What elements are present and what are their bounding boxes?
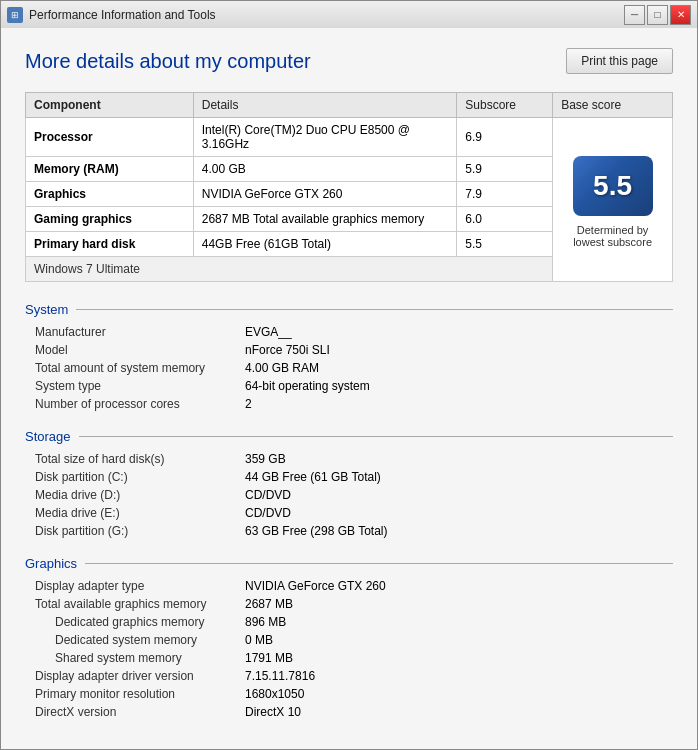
detail-value: 1680x1050 (245, 687, 304, 701)
col-subscore: Subscore (457, 93, 553, 118)
detail-value: EVGA__ (245, 325, 292, 339)
detail-value: 0 MB (245, 633, 273, 647)
detail-row: Disk partition (G:)63 GB Free (298 GB To… (35, 522, 673, 540)
base-score-label: Determined by lowest subscore (561, 224, 664, 248)
subscore-cell: 5.9 (457, 157, 553, 182)
detail-row: Shared system memory1791 MB (35, 649, 673, 667)
detail-label: Model (35, 343, 245, 357)
window-controls: ─ □ ✕ (624, 5, 691, 25)
storage-label: Storage (25, 429, 71, 444)
col-basescore: Base score (553, 93, 673, 118)
base-score-cell: 5.5 Determined by lowest subscore (553, 118, 673, 282)
detail-value: 44 GB Free (61 GB Total) (245, 470, 381, 484)
detail-label: Primary monitor resolution (35, 687, 245, 701)
detail-row: Total amount of system memory4.00 GB RAM (35, 359, 673, 377)
window-title: Performance Information and Tools (29, 8, 624, 22)
col-component: Component (26, 93, 194, 118)
detail-label: Number of processor cores (35, 397, 245, 411)
subscore-cell: 5.5 (457, 232, 553, 257)
graphics-details: Display adapter typeNVIDIA GeForce GTX 2… (25, 577, 673, 721)
details-cell: 2687 MB Total available graphics memory (193, 207, 457, 232)
system-divider (76, 309, 673, 310)
detail-row: Dedicated system memory0 MB (35, 631, 673, 649)
detail-label: Media drive (E:) (35, 506, 245, 520)
detail-label: Disk partition (G:) (35, 524, 245, 538)
system-details: ManufacturerEVGA__ModelnForce 750i SLITo… (25, 323, 673, 413)
title-bar: ⊞ Performance Information and Tools ─ □ … (0, 0, 698, 28)
windows-version-cell: Windows 7 Ultimate (26, 257, 553, 282)
detail-label: Display adapter type (35, 579, 245, 593)
detail-label: Disk partition (C:) (35, 470, 245, 484)
system-section-header: System (25, 302, 673, 317)
detail-value: DirectX 10 (245, 705, 301, 719)
close-button[interactable]: ✕ (670, 5, 691, 25)
detail-label: Dedicated system memory (35, 633, 245, 647)
detail-label: Dedicated graphics memory (35, 615, 245, 629)
score-badge: 5.5 (573, 156, 653, 216)
detail-value: 2 (245, 397, 252, 411)
page-title: More details about my computer (25, 50, 311, 73)
col-details: Details (193, 93, 457, 118)
window-icon: ⊞ (7, 7, 23, 23)
detail-row: Number of processor cores2 (35, 395, 673, 413)
window-body: More details about my computer Print thi… (0, 28, 698, 750)
detail-value: CD/DVD (245, 506, 291, 520)
detail-value: 1791 MB (245, 651, 293, 665)
detail-row: Display adapter typeNVIDIA GeForce GTX 2… (35, 577, 673, 595)
detail-value: 896 MB (245, 615, 286, 629)
graphics-label: Graphics (25, 556, 77, 571)
detail-value: NVIDIA GeForce GTX 260 (245, 579, 386, 593)
details-cell: NVIDIA GeForce GTX 260 (193, 182, 457, 207)
detail-label: System type (35, 379, 245, 393)
detail-row: Display adapter driver version7.15.11.78… (35, 667, 673, 685)
details-cell: 44GB Free (61GB Total) (193, 232, 457, 257)
detail-label: Total size of hard disk(s) (35, 452, 245, 466)
detail-label: Manufacturer (35, 325, 245, 339)
table-row: ProcessorIntel(R) Core(TM)2 Duo CPU E850… (26, 118, 673, 157)
details-cell: Intel(R) Core(TM)2 Duo CPU E8500 @ 3.16G… (193, 118, 457, 157)
detail-value: 359 GB (245, 452, 286, 466)
detail-row: ManufacturerEVGA__ (35, 323, 673, 341)
detail-row: ModelnForce 750i SLI (35, 341, 673, 359)
subscore-cell: 6.0 (457, 207, 553, 232)
subscore-cell: 6.9 (457, 118, 553, 157)
detail-row: Disk partition (C:)44 GB Free (61 GB Tot… (35, 468, 673, 486)
graphics-divider (85, 563, 673, 564)
detail-label: Display adapter driver version (35, 669, 245, 683)
minimize-button[interactable]: ─ (624, 5, 645, 25)
component-cell: Processor (26, 118, 194, 157)
detail-row: Primary monitor resolution1680x1050 (35, 685, 673, 703)
content-area: More details about my computer Print thi… (1, 28, 697, 749)
graphics-section-header: Graphics (25, 556, 673, 571)
storage-divider (79, 436, 673, 437)
detail-value: nForce 750i SLI (245, 343, 330, 357)
system-label: System (25, 302, 68, 317)
detail-row: DirectX versionDirectX 10 (35, 703, 673, 721)
network-section-header: Network (25, 737, 673, 749)
print-button[interactable]: Print this page (566, 48, 673, 74)
detail-value: 2687 MB (245, 597, 293, 611)
score-table: Component Details Subscore Base score Pr… (25, 92, 673, 282)
score-badge-number: 5.5 (593, 172, 632, 200)
detail-label: Total available graphics memory (35, 597, 245, 611)
detail-label: Media drive (D:) (35, 488, 245, 502)
detail-label: Shared system memory (35, 651, 245, 665)
component-cell: Gaming graphics (26, 207, 194, 232)
component-cell: Primary hard disk (26, 232, 194, 257)
component-cell: Memory (RAM) (26, 157, 194, 182)
detail-row: Media drive (D:)CD/DVD (35, 486, 673, 504)
detail-label: Total amount of system memory (35, 361, 245, 375)
storage-section-header: Storage (25, 429, 673, 444)
detail-row: Total size of hard disk(s)359 GB (35, 450, 673, 468)
detail-label: DirectX version (35, 705, 245, 719)
detail-row: System type64-bit operating system (35, 377, 673, 395)
detail-value: 7.15.11.7816 (245, 669, 315, 683)
detail-value: CD/DVD (245, 488, 291, 502)
detail-value: 4.00 GB RAM (245, 361, 319, 375)
details-cell: 4.00 GB (193, 157, 457, 182)
detail-row: Media drive (E:)CD/DVD (35, 504, 673, 522)
subscore-cell: 7.9 (457, 182, 553, 207)
detail-value: 64-bit operating system (245, 379, 370, 393)
maximize-button[interactable]: □ (647, 5, 668, 25)
network-label[interactable]: Network (25, 747, 73, 749)
